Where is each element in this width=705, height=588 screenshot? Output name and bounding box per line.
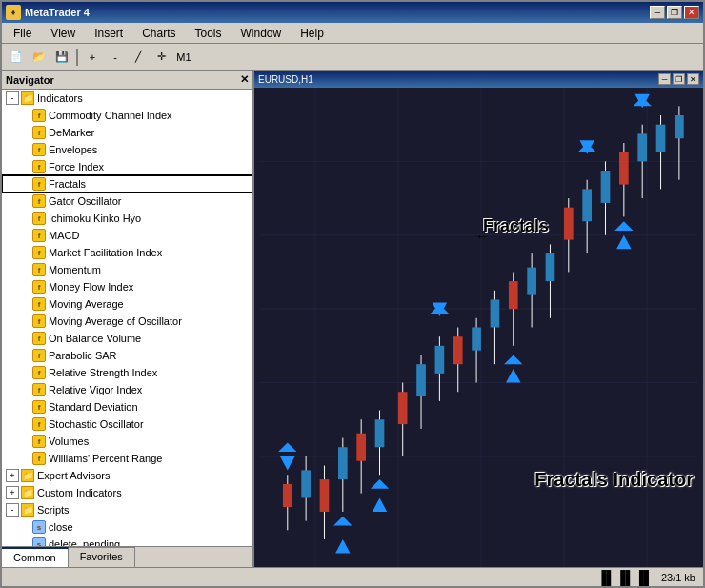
list-item[interactable]: f Williams' Percent Range — [2, 450, 252, 467]
list-item[interactable]: f Standard Deviation — [2, 398, 252, 416]
menu-window[interactable]: Window — [233, 25, 290, 42]
toolbar-zoom-out[interactable]: - — [105, 47, 126, 68]
item-label: Momentum — [49, 264, 101, 275]
svg-rect-46 — [601, 171, 611, 203]
list-item[interactable]: f Relative Vigor Index — [2, 381, 252, 398]
item-label: Moving Average of Oscillator — [49, 315, 182, 327]
list-item[interactable]: f Envelopes — [2, 141, 252, 158]
item-label: Relative Strength Index — [49, 367, 157, 378]
indicator-icon: f — [32, 435, 46, 448]
toolbar-open[interactable]: 📂 — [29, 47, 50, 68]
menu-insert[interactable]: Insert — [87, 25, 131, 42]
list-item[interactable]: f Momentum — [2, 261, 252, 278]
list-item[interactable]: f Volumes — [2, 433, 252, 450]
toolbar-period[interactable]: M1 — [173, 47, 194, 68]
list-item[interactable]: f DeMarker — [2, 124, 252, 141]
minimize-button[interactable]: ─ — [650, 6, 665, 19]
chart-minimize-btn[interactable]: ─ — [658, 73, 671, 85]
status-chart-indicator: ▐▌▐▌▐▌ — [596, 570, 654, 585]
fractals-label: Fractals — [49, 178, 86, 190]
list-item[interactable]: f Commodity Channel Index — [2, 107, 252, 124]
custom-indicators-group[interactable]: + 📁 Custom Indicators — [2, 484, 252, 501]
list-item[interactable]: f On Balance Volume — [2, 330, 252, 347]
svg-rect-14 — [301, 470, 311, 497]
svg-rect-24 — [398, 392, 408, 424]
chart-title-text: EURUSD,H1 — [258, 74, 313, 85]
list-item[interactable]: f Parabolic SAR — [2, 347, 252, 364]
menu-file[interactable]: File — [6, 25, 39, 42]
menu-bar: File View Insert Charts Tools Window Hel… — [2, 23, 703, 44]
ci-expand[interactable]: + — [6, 486, 19, 499]
scripts-expand[interactable]: - — [6, 503, 19, 517]
list-item[interactable]: f Ichimoku Kinko Hyo — [2, 210, 252, 227]
svg-rect-40 — [546, 253, 555, 281]
item-label: Market Facilitation Index — [49, 247, 162, 258]
item-label: Williams' Percent Range — [49, 453, 162, 464]
toolbar-zoom-in[interactable]: + — [82, 47, 103, 68]
indicator-icon: f — [32, 246, 46, 259]
item-label: Standard Deviation — [49, 401, 138, 413]
list-item[interactable]: f Gator Oscillator — [2, 193, 252, 210]
indicator-icon: f — [32, 417, 46, 431]
item-label: Commodity Channel Index — [49, 110, 172, 121]
tab-favorites[interactable]: Favorites — [69, 547, 135, 567]
navigator-close-button[interactable]: ✕ — [240, 74, 249, 85]
list-item[interactable]: f MACD — [2, 227, 252, 244]
title-bar: ♦ MetaTrader 4 ─ ❐ ✕ — [2, 2, 703, 23]
list-item[interactable]: f Stochastic Oscillator — [2, 416, 252, 433]
chart-restore-btn[interactable]: ❐ — [673, 73, 685, 85]
app-icon: ♦ — [6, 5, 21, 20]
toolbar-line[interactable]: ╱ — [128, 47, 149, 68]
indicator-icon: f — [32, 366, 46, 379]
list-item[interactable]: s delete_pending — [2, 536, 252, 546]
ea-label: Expert Advisors — [37, 470, 110, 481]
restore-button[interactable]: ❐ — [667, 6, 682, 19]
chart-bars-icon: ▐▌▐▌▐▌ — [596, 570, 654, 585]
menu-charts[interactable]: Charts — [134, 25, 183, 42]
toolbar-save[interactable]: 💾 — [51, 47, 72, 68]
expert-advisors-group[interactable]: + 📁 Expert Advisors — [2, 467, 252, 484]
list-item[interactable]: f Moving Average of Oscillator — [2, 313, 252, 330]
ea-expand[interactable]: + — [6, 469, 19, 482]
item-label: DeMarker — [49, 127, 94, 138]
item-label: close — [49, 521, 73, 533]
navigator-content[interactable]: - 📁 Indicators f Commodity Channel Index… — [2, 90, 252, 546]
menu-help[interactable]: Help — [292, 25, 332, 42]
chart-svg — [254, 88, 703, 567]
indicators-expand[interactable]: - — [6, 91, 19, 105]
chart-window: EURUSD,H1 ─ ❐ ✕ — [254, 71, 703, 567]
indicator-icon: f — [32, 229, 46, 242]
scripts-group[interactable]: - 📁 Scripts — [2, 501, 252, 518]
svg-rect-34 — [491, 299, 500, 327]
list-item[interactable]: f Force Index — [2, 158, 252, 175]
svg-rect-12 — [283, 484, 292, 507]
list-item[interactable]: s close — [2, 518, 252, 536]
list-item[interactable]: f Moving Average — [2, 295, 252, 313]
toolbar-new[interactable]: 📄 — [6, 47, 27, 68]
indicator-icon: f — [32, 160, 46, 173]
item-label: Money Flow Index — [49, 281, 133, 293]
indicator-icon: f — [32, 297, 46, 311]
fractals-item[interactable]: f Fractals — [2, 175, 252, 193]
chart-close-btn[interactable]: ✕ — [687, 73, 699, 85]
title-bar-left: ♦ MetaTrader 4 — [6, 5, 90, 20]
fractals-indicator-label: Fractals Indicator — [534, 469, 694, 491]
svg-rect-20 — [356, 434, 366, 461]
list-item[interactable]: f Market Facilitation Index — [2, 244, 252, 261]
tab-common[interactable]: Common — [2, 547, 69, 567]
indicators-group[interactable]: - 📁 Indicators — [2, 90, 252, 107]
navigator-tabs: Common Favorites — [2, 546, 252, 567]
list-item[interactable]: f Relative Strength Index — [2, 364, 252, 381]
indicator-icon: f — [32, 383, 46, 396]
menu-tools[interactable]: Tools — [188, 25, 230, 42]
item-label: Envelopes — [49, 144, 97, 155]
indicator-icon: f — [32, 452, 46, 465]
indicator-icon: f — [32, 332, 46, 345]
toolbar: 📄 📂 💾 + - ╱ ✛ M1 — [2, 44, 703, 71]
list-item[interactable]: f Money Flow Index — [2, 278, 252, 295]
toolbar-crosshair[interactable]: ✛ — [151, 47, 171, 68]
script-icon: s — [32, 520, 46, 534]
title-buttons: ─ ❐ ✕ — [650, 6, 699, 19]
close-button[interactable]: ✕ — [684, 6, 699, 19]
menu-view[interactable]: View — [43, 25, 83, 42]
